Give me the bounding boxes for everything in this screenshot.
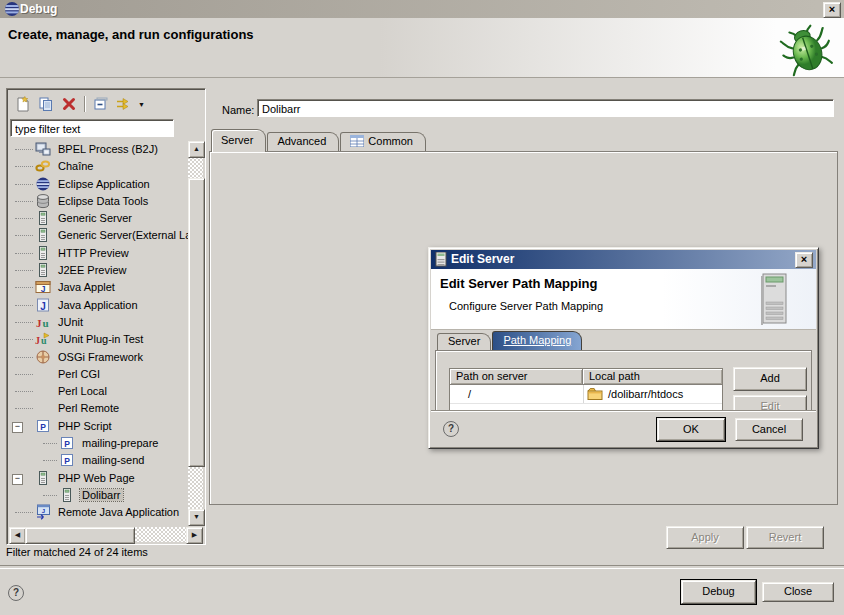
- perl-icon: [35, 400, 51, 416]
- vertical-scroll-thumb[interactable]: [188, 178, 205, 467]
- tree-item-label: BPEL Process (B2J): [56, 143, 160, 155]
- applet-icon: J: [35, 279, 51, 295]
- help-icon[interactable]: ?: [8, 585, 24, 601]
- tree-item-perl-cgi[interactable]: Perl CGI: [9, 366, 203, 383]
- add-mapping-button[interactable]: Add: [733, 367, 807, 391]
- dialog-help-icon[interactable]: ?: [443, 421, 459, 437]
- server-icon: [59, 487, 75, 503]
- tree-item-label: JUnit Plug-in Test: [56, 333, 145, 345]
- name-input[interactable]: [257, 99, 834, 117]
- edit-server-titlebar[interactable]: Edit Server ×: [431, 250, 816, 269]
- scroll-left-icon[interactable]: ◀: [9, 527, 26, 544]
- edit-server-dialog: Edit Server × Edit Server Path Mapping C…: [428, 247, 819, 449]
- toolbar-menu-chevron-icon[interactable]: ▼: [138, 101, 145, 108]
- database-icon: [35, 193, 51, 209]
- dialog-subheading: Configure Server Path Mapping: [449, 300, 603, 312]
- tree-item-junit[interactable]: JuJUnit: [9, 314, 203, 331]
- configurations-panel: ▼ BPEL Process (B2J)ChaîneEclipse Applic…: [6, 88, 206, 545]
- tree-item-mailing-prepare[interactable]: Pmailing-prepare: [9, 435, 203, 452]
- tree-item-osgi-framework[interactable]: OSGi Framework: [9, 349, 203, 366]
- perl-icon: [35, 366, 51, 382]
- tree-item-generic-server[interactable]: Generic Server: [9, 210, 203, 227]
- apply-button[interactable]: Apply: [666, 526, 744, 549]
- ok-button[interactable]: OK: [657, 418, 725, 441]
- junit-icon: Ju: [35, 314, 51, 330]
- window-close-button[interactable]: ×: [823, 2, 841, 18]
- duplicate-configuration-icon[interactable]: [38, 96, 54, 112]
- server-icon: [35, 210, 51, 226]
- svg-text:J: J: [41, 284, 46, 294]
- scroll-right-icon[interactable]: ▶: [186, 527, 203, 544]
- tree-item-http-preview[interactable]: HTTP Preview: [9, 245, 203, 262]
- tree-item-label: mailing-prepare: [80, 437, 160, 449]
- tree-item-label: Generic Server(External La: [56, 229, 193, 241]
- header-banner: Create, manage, and run configurations: [0, 18, 844, 78]
- eclipse-icon: [35, 176, 51, 192]
- tree-item-php-web-page[interactable]: −PHP Web Page: [9, 470, 203, 487]
- tree-item-bpel-process-b2j[interactable]: BPEL Process (B2J): [9, 141, 203, 158]
- revert-button[interactable]: Revert: [746, 526, 824, 549]
- window-titlebar[interactable]: Debug ×: [0, 0, 844, 18]
- filter-status-text: Filter matched 24 of 24 items: [6, 546, 148, 558]
- tree-item-generic-server-external-la[interactable]: Generic Server(External La: [9, 227, 203, 244]
- dialog-tab-server[interactable]: Server: [437, 333, 491, 351]
- collapse-all-icon[interactable]: [92, 96, 108, 112]
- dialog-tab-path-mapping[interactable]: Path Mapping: [492, 331, 582, 351]
- scroll-down-icon[interactable]: ▼: [188, 509, 205, 526]
- bpel-icon: [35, 141, 51, 157]
- tree-item-junit-plug-in-test[interactable]: JuJUnit Plug-in Test: [9, 331, 203, 348]
- tab-advanced[interactable]: Advanced: [267, 132, 339, 152]
- server-path-cell: /: [450, 385, 584, 403]
- scroll-up-icon[interactable]: ▲: [188, 141, 205, 158]
- tab-server[interactable]: Server: [211, 129, 266, 152]
- collapse-expander-icon[interactable]: −: [12, 474, 23, 485]
- collapse-expander-icon[interactable]: −: [12, 422, 23, 433]
- server-icon: [35, 262, 51, 278]
- tree-item-eclipse-data-tools[interactable]: Eclipse Data Tools: [9, 193, 203, 210]
- server-icon: [435, 252, 447, 270]
- tab-common[interactable]: Common: [340, 132, 426, 152]
- tree-item-perl-remote[interactable]: Perl Remote: [9, 400, 203, 417]
- tree-horizontal-scrollbar[interactable]: ◀ ▶: [9, 527, 203, 542]
- dialog-tab-bar: Server Path Mapping: [437, 331, 583, 351]
- tree-item-php-script[interactable]: −PPHP Script: [9, 418, 203, 435]
- tree-item-label: Java Application: [56, 299, 140, 311]
- tree-item-remote-java-application[interactable]: JRemote Java Application: [9, 504, 203, 521]
- tree-item-java-application[interactable]: JJava Application: [9, 297, 203, 314]
- tree-item-label: Java Applet: [56, 281, 117, 293]
- tree-vertical-scrollbar[interactable]: ▲ ▼: [188, 141, 203, 526]
- tree-item-mailing-send[interactable]: Pmailing-send: [9, 452, 203, 469]
- tree-item-eclipse-application[interactable]: Eclipse Application: [9, 176, 203, 193]
- filter-launch-configurations-icon[interactable]: [115, 96, 131, 112]
- debug-button[interactable]: Debug: [681, 580, 756, 604]
- filter-input[interactable]: [10, 119, 174, 137]
- column-header-local-path[interactable]: Local path: [583, 369, 722, 385]
- horizontal-scroll-thumb[interactable]: [25, 527, 135, 544]
- svg-text:J: J: [35, 335, 40, 346]
- path-mapping-row[interactable]: //dolibarr/htdocs: [450, 385, 722, 403]
- server-icon: [35, 245, 51, 261]
- tree-item-java-applet[interactable]: JJava Applet: [9, 279, 203, 296]
- php-icon: P: [35, 418, 51, 434]
- php-icon: P: [59, 452, 75, 468]
- tree-item-label: J2EE Preview: [56, 264, 128, 276]
- close-button[interactable]: Close: [762, 582, 834, 602]
- tree-item-perl-local[interactable]: Perl Local: [9, 383, 203, 400]
- toolbar-separator: [84, 96, 85, 112]
- tree-item-label: Eclipse Data Tools: [56, 195, 150, 207]
- delete-configuration-icon[interactable]: [61, 96, 77, 112]
- dialog-close-button[interactable]: ×: [795, 252, 813, 268]
- php-icon: P: [59, 435, 75, 451]
- column-header-path-on-server[interactable]: Path on server: [450, 369, 583, 385]
- tree-item-label: Generic Server: [56, 212, 134, 224]
- server-tower-icon: [758, 272, 790, 328]
- tree-item-j2ee-preview[interactable]: J2EE Preview: [9, 262, 203, 279]
- cancel-button[interactable]: Cancel: [735, 418, 803, 441]
- footer-separator: [0, 565, 844, 569]
- tree-item-cha-ne[interactable]: Chaîne: [9, 158, 203, 175]
- new-configuration-icon[interactable]: [15, 96, 31, 112]
- tree-item-label: Perl Remote: [56, 402, 121, 414]
- tree-item-label: PHP Script: [56, 420, 114, 432]
- tree-item-dolibarr[interactable]: Dolibarr: [9, 487, 203, 504]
- eclipse-logo-icon: [4, 1, 20, 17]
